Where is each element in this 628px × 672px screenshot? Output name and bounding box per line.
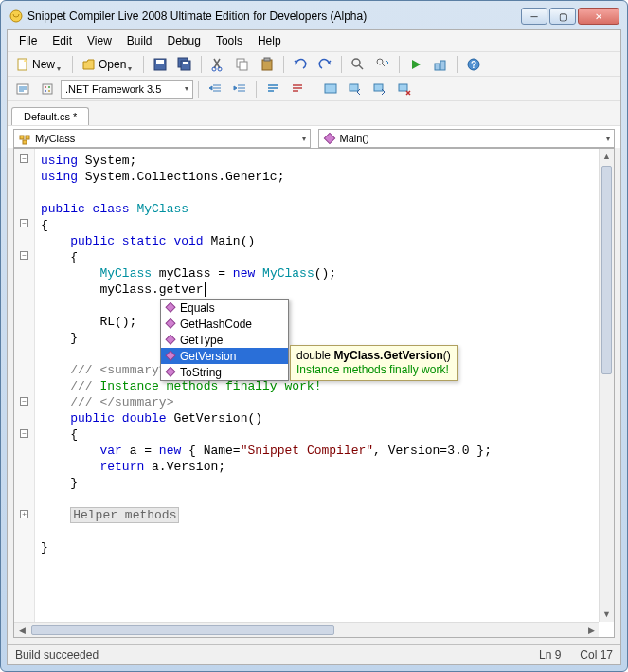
close-button[interactable]: ✕ bbox=[578, 8, 619, 25]
comment-icon bbox=[265, 82, 280, 97]
menu-tools[interactable]: Tools bbox=[208, 32, 250, 49]
editor[interactable]: − − − − − + using System; using System.C… bbox=[13, 148, 615, 638]
cut-icon bbox=[210, 57, 225, 72]
minimize-button[interactable]: ─ bbox=[521, 8, 547, 25]
svg-rect-37 bbox=[166, 367, 175, 376]
code-area[interactable]: using System; using System.Collections.G… bbox=[14, 149, 599, 622]
new-button[interactable]: New bbox=[11, 54, 67, 75]
menu-file[interactable]: File bbox=[11, 32, 45, 49]
paste-icon bbox=[260, 57, 275, 72]
member-navigation: MyClass ▾ Main() ▾ bbox=[8, 125, 620, 148]
scroll-thumb[interactable] bbox=[31, 625, 334, 635]
class-combo[interactable]: MyClass ▾ bbox=[13, 129, 311, 148]
svg-rect-10 bbox=[240, 62, 247, 70]
run-button[interactable] bbox=[404, 54, 427, 75]
indent-icon bbox=[232, 82, 247, 97]
menu-debug[interactable]: Debug bbox=[160, 32, 208, 49]
replace-button[interactable] bbox=[371, 54, 394, 75]
format-button[interactable] bbox=[36, 79, 59, 100]
maximize-button[interactable]: ▢ bbox=[549, 8, 576, 25]
scroll-up-icon[interactable]: ▲ bbox=[600, 149, 614, 164]
indent-button[interactable] bbox=[228, 79, 251, 100]
tab-default-cs[interactable]: Default.cs * bbox=[11, 107, 89, 125]
scroll-thumb[interactable] bbox=[601, 166, 612, 374]
tabstrip: Default.cs * bbox=[8, 100, 620, 125]
scroll-right-icon[interactable]: ▶ bbox=[583, 623, 599, 637]
member-combo[interactable]: Main() ▾ bbox=[318, 129, 616, 148]
member-combo-value: Main() bbox=[340, 133, 369, 144]
help-button[interactable]: ? bbox=[462, 54, 485, 75]
intellisense-item[interactable]: GetHashCode bbox=[161, 316, 288, 332]
scrollbar-horizontal[interactable]: ◀ ▶ bbox=[14, 622, 599, 637]
save-all-icon bbox=[177, 57, 192, 72]
save-button[interactable] bbox=[149, 54, 171, 75]
intellisense-popup[interactable]: EqualsGetHashCodeGetTypeGetVersionToStri… bbox=[160, 299, 289, 381]
svg-rect-16 bbox=[440, 61, 445, 70]
svg-rect-28 bbox=[399, 84, 407, 91]
redo-button[interactable] bbox=[314, 54, 336, 75]
replace-icon bbox=[375, 57, 390, 72]
intellisense-item[interactable]: Equals bbox=[161, 300, 288, 316]
menu-view[interactable]: View bbox=[80, 32, 119, 49]
svg-rect-11 bbox=[262, 60, 272, 70]
svg-rect-3 bbox=[156, 60, 164, 64]
chevron-down-icon bbox=[128, 61, 135, 67]
method-icon bbox=[323, 132, 336, 145]
build-button[interactable] bbox=[429, 54, 452, 75]
scroll-down-icon[interactable]: ▼ bbox=[600, 607, 614, 622]
outdent-button[interactable] bbox=[204, 79, 226, 100]
app-icon bbox=[9, 9, 24, 24]
svg-rect-26 bbox=[350, 84, 358, 91]
comment-button[interactable] bbox=[261, 79, 284, 100]
undo-button[interactable] bbox=[289, 54, 312, 75]
client-area: File Edit View Build Debug Tools Help Ne… bbox=[7, 29, 621, 665]
save-icon bbox=[153, 57, 168, 72]
cut-button[interactable] bbox=[206, 54, 229, 75]
svg-rect-25 bbox=[325, 84, 336, 93]
svg-rect-27 bbox=[374, 84, 383, 91]
open-folder-icon bbox=[81, 57, 97, 72]
bookmark-clear-icon bbox=[397, 82, 412, 97]
snippet-button[interactable] bbox=[11, 79, 34, 100]
svg-rect-15 bbox=[435, 64, 440, 70]
framework-select[interactable]: .NET Framework 3.5 ▾ bbox=[61, 80, 193, 99]
scrollbar-vertical[interactable]: ▲ ▼ bbox=[599, 149, 614, 622]
uncomment-button[interactable] bbox=[286, 79, 309, 100]
menu-edit[interactable]: Edit bbox=[45, 32, 80, 49]
titlebar: Snippet Compiler Live 2008 Ultimate Edit… bbox=[7, 7, 621, 29]
bookmark-toggle-button[interactable] bbox=[319, 79, 342, 100]
menu-help[interactable]: Help bbox=[250, 32, 289, 49]
intellisense-item[interactable]: GetType bbox=[161, 332, 288, 348]
framework-select-value: .NET Framework 3.5 bbox=[65, 83, 161, 95]
find-button[interactable] bbox=[347, 54, 369, 75]
play-icon bbox=[408, 57, 423, 72]
chevron-down-icon bbox=[57, 61, 63, 67]
save-all-button[interactable] bbox=[173, 54, 196, 75]
svg-point-13 bbox=[352, 59, 360, 66]
svg-rect-36 bbox=[166, 351, 175, 360]
bookmark-next-icon bbox=[372, 82, 387, 97]
status-line: Ln 9 bbox=[539, 648, 561, 662]
copy-icon bbox=[235, 57, 250, 72]
bookmark-next-button[interactable] bbox=[368, 79, 391, 100]
svg-point-0 bbox=[10, 10, 22, 22]
menu-build[interactable]: Build bbox=[119, 32, 160, 49]
bookmark-icon bbox=[323, 82, 338, 97]
intellisense-item[interactable]: GetVersion bbox=[161, 348, 288, 364]
svg-rect-35 bbox=[166, 335, 175, 344]
undo-icon bbox=[293, 57, 308, 72]
intellisense-item[interactable]: ToString bbox=[161, 364, 288, 380]
svg-rect-30 bbox=[26, 136, 29, 139]
paste-button[interactable] bbox=[256, 54, 278, 75]
open-button[interactable]: Open bbox=[78, 54, 138, 75]
copy-button[interactable] bbox=[231, 54, 254, 75]
bookmark-clear-button[interactable] bbox=[393, 79, 416, 100]
svg-rect-29 bbox=[20, 136, 24, 139]
svg-point-24 bbox=[48, 90, 50, 92]
scroll-left-icon[interactable]: ◀ bbox=[14, 623, 29, 637]
status-message: Build succeeded bbox=[15, 648, 99, 662]
open-button-label: Open bbox=[99, 58, 126, 71]
svg-point-22 bbox=[48, 86, 50, 88]
svg-rect-12 bbox=[264, 58, 270, 61]
bookmark-prev-button[interactable] bbox=[344, 79, 367, 100]
